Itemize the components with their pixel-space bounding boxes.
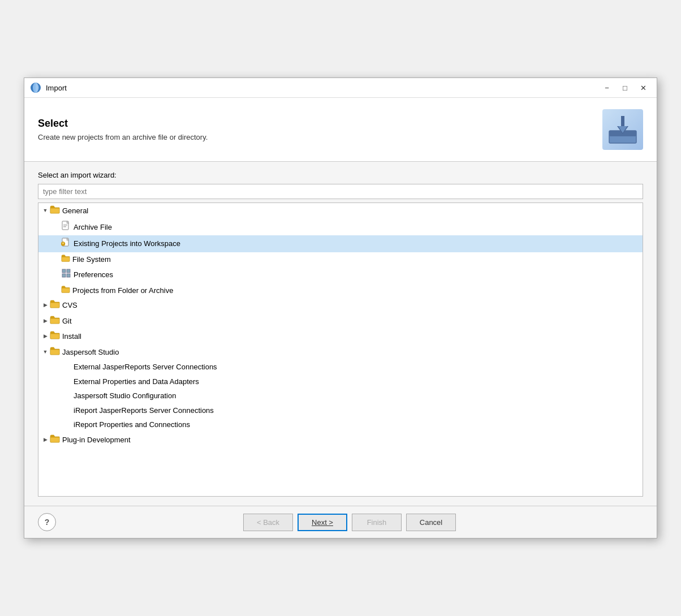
icon-archive-file: [61, 221, 74, 234]
label-js-config: Jaspersoft Studio Configuration: [74, 390, 176, 402]
tree-toggle-plugin-dev[interactable]: ▶: [41, 435, 50, 444]
tree-item-plugin-dev[interactable]: ▶ Plug-in Development: [38, 432, 643, 448]
label-ireport-props: iReport Properties and Connections: [74, 419, 190, 430]
import-dialog: Import − □ ✕ Select Create new projects …: [24, 77, 657, 539]
label-ext-server: External JasperReports Server Connection…: [74, 361, 217, 373]
label-ireport-server: iReport JasperReports Server Connections: [74, 405, 214, 416]
label-install: Install: [62, 331, 81, 342]
header-text: Select Create new projects from an archi…: [38, 118, 208, 141]
tree-toggle-ext-props[interactable]: [52, 377, 61, 386]
label-existing-projects: Existing Projects into Workspace: [74, 238, 180, 249]
tree-toggle-archive-file[interactable]: [52, 222, 61, 231]
tree-toggle-ireport-props[interactable]: [52, 420, 61, 429]
tree-toggle-cvs[interactable]: ▶: [41, 301, 50, 310]
titlebar: Import − □ ✕: [24, 78, 657, 98]
footer-buttons: < Back Next > Finish Cancel: [56, 514, 643, 531]
next-button[interactable]: Next >: [298, 514, 347, 531]
finish-button[interactable]: Finish: [352, 514, 402, 531]
icon-jaspersoft: [50, 346, 62, 359]
maximize-button[interactable]: □: [617, 81, 633, 94]
label-general: General: [62, 205, 88, 217]
tree-toggle-preferences[interactable]: [52, 270, 61, 279]
tree-item-archive-file[interactable]: Archive File: [38, 219, 643, 236]
tree-toggle-existing-projects[interactable]: [52, 239, 61, 248]
tree-toggle-projects-folder[interactable]: [52, 286, 61, 295]
tree-item-js-config[interactable]: Jaspersoft Studio Configuration: [38, 389, 643, 403]
dialog-title: Select: [38, 118, 208, 130]
tree-item-cvs[interactable]: ▶ CVS: [38, 298, 643, 313]
tree-item-install[interactable]: ▶ Install: [38, 329, 643, 344]
minimize-button[interactable]: −: [599, 81, 615, 94]
dialog-footer: ? < Back Next > Finish Cancel: [24, 506, 657, 538]
svg-rect-10: [63, 226, 66, 227]
titlebar-title: Import: [46, 84, 594, 92]
tree-toggle-git[interactable]: ▶: [41, 316, 50, 325]
label-plugin-dev: Plug-in Development: [62, 434, 131, 446]
label-jaspersoft: Jaspersoft Studio: [62, 347, 119, 358]
icon-install: [50, 330, 62, 343]
tree-toggle-js-config[interactable]: [52, 391, 61, 400]
label-git: Git: [62, 316, 72, 327]
tree-toggle-general[interactable]: ▼: [41, 206, 50, 216]
icon-projects-folder: [61, 285, 72, 296]
label-cvs: CVS: [62, 300, 77, 311]
wizard-label: Select an import wizard:: [38, 171, 643, 179]
titlebar-controls: − □ ✕: [599, 81, 651, 94]
tree-item-jaspersoft[interactable]: ▼ Jaspersoft Studio: [38, 344, 643, 360]
label-file-system: File System: [72, 254, 111, 265]
svg-rect-18: [67, 274, 70, 277]
icon-file-system: [61, 254, 72, 265]
tree-container[interactable]: ▼ General Archive File Existing Projects…: [38, 203, 643, 497]
import-icon: [602, 109, 643, 150]
icon-existing-projects: [61, 237, 74, 251]
help-button[interactable]: ?: [38, 513, 56, 531]
svg-rect-15: [62, 269, 66, 273]
close-button[interactable]: ✕: [635, 81, 651, 94]
svg-rect-17: [62, 274, 66, 277]
svg-rect-9: [63, 225, 67, 226]
tree-item-ext-server[interactable]: External JasperReports Server Connection…: [38, 360, 643, 374]
tree-item-git[interactable]: ▶ Git: [38, 313, 643, 329]
filter-input[interactable]: [38, 184, 643, 199]
app-icon: [30, 82, 41, 93]
dialog-content: Select an import wizard: ▼ General Archi…: [24, 162, 657, 506]
tree-toggle-install[interactable]: ▶: [41, 332, 50, 341]
label-ext-props: External Properties and Data Adapters: [74, 376, 199, 387]
tree-item-preferences[interactable]: Preferences: [38, 266, 643, 283]
tree-item-file-system[interactable]: File System: [38, 252, 643, 267]
icon-plugin-dev: [50, 434, 62, 446]
tree-toggle-ireport-server[interactable]: [52, 406, 61, 415]
tree-item-ext-props[interactable]: External Properties and Data Adapters: [38, 374, 643, 389]
tree-item-general[interactable]: ▼ General: [38, 203, 643, 219]
label-projects-folder: Projects from Folder or Archive: [72, 285, 173, 296]
back-button[interactable]: < Back: [243, 514, 293, 531]
icon-general: [50, 205, 62, 217]
svg-rect-16: [67, 269, 70, 273]
cancel-button[interactable]: Cancel: [406, 514, 456, 531]
icon-preferences: [61, 268, 74, 282]
tree-toggle-file-system[interactable]: [52, 255, 61, 264]
icon-cvs: [50, 299, 62, 312]
icon-git: [50, 315, 62, 328]
label-preferences: Preferences: [74, 269, 113, 281]
tree-item-ireport-props[interactable]: iReport Properties and Connections: [38, 417, 643, 432]
tree-item-existing-projects[interactable]: Existing Projects into Workspace: [38, 235, 643, 252]
tree-toggle-jaspersoft[interactable]: ▼: [41, 347, 50, 356]
dialog-subtitle: Create new projects from an archive file…: [38, 133, 208, 141]
dialog-header: Select Create new projects from an archi…: [24, 98, 657, 162]
tree-item-ireport-server[interactable]: iReport JasperReports Server Connections: [38, 403, 643, 418]
label-archive-file: Archive File: [74, 222, 112, 233]
tree-toggle-ext-server[interactable]: [52, 363, 61, 372]
tree-item-projects-folder[interactable]: Projects from Folder or Archive: [38, 283, 643, 298]
